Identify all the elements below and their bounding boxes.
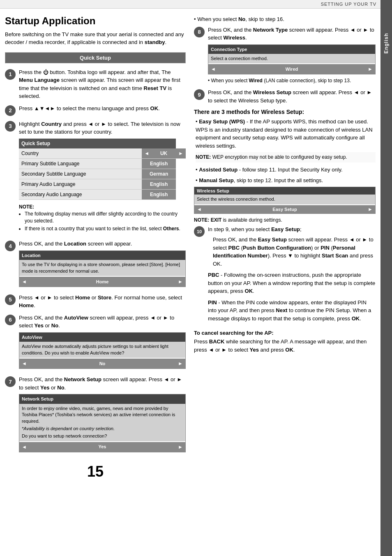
step-3-content: Highlight Country and press ◄ or ► to se… (19, 120, 186, 236)
step-10-number: 10 (194, 226, 205, 237)
wireless-arrow-left: ◄ (197, 206, 202, 212)
top-bar-text: SETTING UP YOUR TV (321, 2, 376, 7)
pbc-para: PBC - Following the on-screen instructio… (208, 271, 376, 295)
autoview-arrow-right: ► (178, 360, 183, 367)
content-columns: Startup Application Before switching on … (0, 9, 380, 556)
connection-type-value: Wired (286, 66, 298, 73)
note-exit: NOTE: EXIT is available during settings. (194, 217, 376, 223)
row-primary-subtitle-value: English (142, 158, 176, 169)
step-4-content: Press OK, and the Location screen will a… (19, 240, 186, 290)
row-country-arrow-right: ► (176, 148, 186, 159)
network-arrow-left: ◄ (22, 443, 27, 451)
step-9-content: Press OK, and the Wireless Setup screen … (208, 88, 376, 104)
autoview-arrow-left: ◄ (22, 360, 27, 367)
location-body: To use the TV for displaying in a store … (19, 260, 185, 276)
main-content: SETTING UP YOUR TV Startup Application B… (0, 0, 380, 556)
wireless-setup-screen: Wireless Setup Select the wireless conne… (194, 187, 376, 213)
left-column: Startup Application Before switching on … (5, 15, 186, 549)
step-2-number: 2 (5, 105, 16, 116)
note-header: NOTE: (19, 204, 34, 210)
row-country-label: Country (19, 148, 142, 159)
autoview-screen: AutoView AutoView mode automatically adj… (19, 332, 186, 369)
step-10-content: In step 9, when you select Easy Setup; P… (208, 225, 376, 326)
row-country-arrow-left: ◄ (142, 148, 152, 159)
row-primary-audio-value: English (142, 179, 176, 189)
quick-setup-table: Quick Setup Country ◄ UK ► Primary Subti… (19, 139, 186, 200)
top-bar: SETTING UP YOUR TV (0, 0, 380, 9)
page-title: Startup Application (5, 15, 186, 27)
step-5: 5 Press ◄ or ► to select Home or Store. … (5, 294, 186, 310)
step-10: 10 In step 9, when you select Easy Setup… (194, 225, 376, 326)
quick-setup-box: Quick Setup (5, 52, 186, 63)
row-secondary-subtitle-value: German (142, 169, 176, 179)
step-6: 6 Press OK, and the AutoView screen will… (5, 314, 186, 371)
wireless-setup-selector: ◄ Easy Setup ► (194, 205, 375, 213)
wireless-methods-list: Easy Setup (WPS) - If the AP supports WP… (194, 118, 376, 184)
autoview-body: AutoView mode automatically adjusts pict… (19, 342, 185, 358)
note-list: The following display menus will differ … (19, 211, 186, 232)
location-value: Home (96, 278, 109, 285)
note-box: NOTE: The following display menus will d… (19, 203, 186, 232)
location-selector: ◄ Home ► (19, 277, 185, 287)
connection-type-header: Connection Type (208, 45, 375, 54)
cancel-title: To cancel searching for the AP: (194, 330, 376, 336)
page-container: SETTING UP YOUR TV Startup Application B… (0, 0, 392, 556)
wireless-methods-title: There are 3 methods for Wireless Setup: (194, 109, 376, 115)
step-1-content: Press the ⏻ button. Toshiba logo will ap… (19, 68, 186, 100)
step-6-content: Press OK, and the AutoView screen will a… (19, 314, 186, 371)
step-6-number: 6 (5, 315, 16, 325)
wireless-setup-header: Wireless Setup (194, 187, 375, 195)
step-4-number: 4 (5, 241, 16, 251)
right-column: When you select No, skip to step 16. 8 P… (194, 15, 376, 549)
easy-setup-item: Easy Setup (WPS) - If the AP supports WP… (196, 118, 376, 150)
page-number: 15 (5, 459, 186, 487)
manual-setup-item: Manual Setup, skip to step 12. Input the… (196, 176, 376, 185)
step-2-content: Press ▲▼◄► to select the menu language a… (19, 104, 186, 113)
connection-type-arrow-left: ◄ (211, 65, 216, 73)
note-wep: NOTE: WEP encryption may not be able to … (196, 152, 376, 162)
location-arrow-left: ◄ (22, 278, 27, 285)
cancel-text: Press BACK while searching for the AP. A… (194, 338, 376, 354)
step-3-number: 3 (5, 121, 16, 132)
location-arrow-right: ► (178, 278, 183, 285)
step-10-sub: Press OK, and the Easy Setup screen will… (213, 236, 376, 268)
connection-type-body: Select a connection method. (208, 54, 375, 63)
step-8-content: Press OK, and the Network Type screen wi… (208, 26, 376, 85)
autoview-value: No (99, 360, 106, 367)
table-header: Quick Setup (19, 139, 176, 148)
step-1-number: 1 (5, 69, 16, 80)
step-2: 2 Press ▲▼◄► to select the menu language… (5, 104, 186, 116)
network-screen: Network Setup In order to enjoy online v… (19, 394, 186, 452)
wireless-setup-body: Select the wireless connection method. (194, 195, 375, 204)
sidebar-right: English (380, 0, 392, 556)
autoview-header: AutoView (19, 333, 185, 342)
intro-text: Before switching on the TV make sure tha… (5, 30, 186, 46)
pin-para: PIN - When the PIN code window appears, … (208, 299, 376, 323)
location-header: Location (19, 251, 185, 260)
step-5-content: Press ◄ or ► to select Home or Store. Fo… (19, 294, 186, 310)
autoview-selector: ◄ No ► (19, 359, 185, 368)
step-9: 9 Press OK, and the Wireless Setup scree… (194, 88, 376, 104)
quick-setup-header: Quick Setup (5, 53, 185, 63)
network-arrow-right: ► (178, 443, 183, 451)
note-item-2: If there is not a country that you want … (25, 225, 186, 232)
step-7-content: Press OK, and the Network Setup screen w… (19, 375, 186, 454)
connection-type-arrow-right: ► (368, 65, 373, 73)
row-secondary-audio-value: English (142, 189, 176, 199)
step-7-number: 7 (5, 376, 16, 387)
step-7: 7 Press OK, and the Network Setup screen… (5, 375, 186, 454)
row-primary-subtitle-label: Primary Subtitle Language (19, 158, 142, 169)
bullet-wired-skip: • When you select Wired (LAN cable conne… (208, 77, 376, 84)
step-8: 8 Press OK, and the Network Type screen … (194, 26, 376, 85)
row-secondary-subtitle-label: Secondary Subtitle Language (19, 169, 142, 179)
wireless-arrow-right: ► (368, 206, 373, 212)
note-item-1: The following display menus will differ … (25, 211, 186, 225)
step-1: 1 Press the ⏻ button. Toshiba logo will … (5, 68, 186, 100)
step-4: 4 Press OK, and the Location screen will… (5, 240, 186, 290)
bullet-no-skip: When you select No, skip to step 16. (194, 15, 376, 23)
network-value: Yes (99, 443, 106, 450)
connection-type-screen: Connection Type Select a connection meth… (208, 44, 376, 75)
assisted-setup-item: Assisted Setup - follow step 11. Input t… (196, 166, 376, 174)
step-3: 3 Highlight Country and press ◄ or ► to … (5, 120, 186, 236)
connection-type-selector: ◄ Wired ► (208, 64, 375, 74)
